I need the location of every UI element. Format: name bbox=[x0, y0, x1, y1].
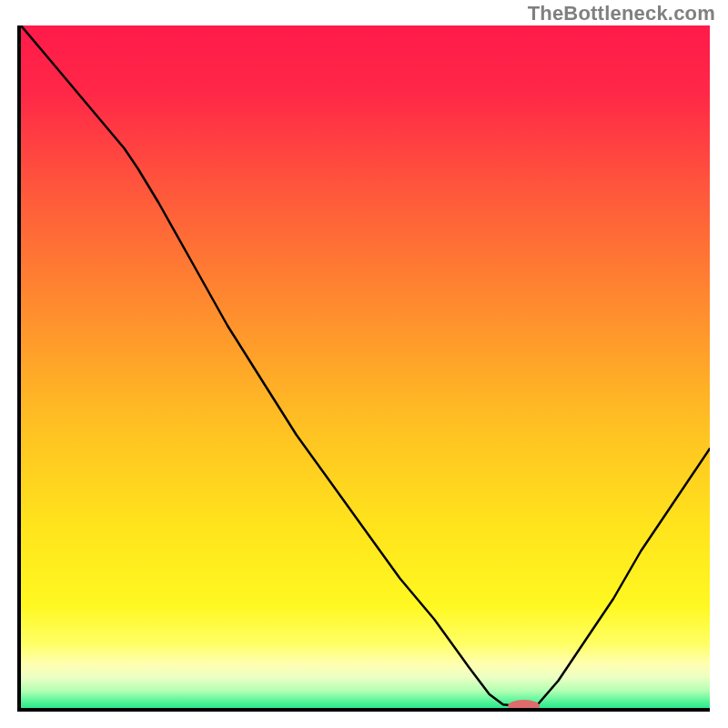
chart-background-gradient bbox=[21, 25, 710, 708]
watermark-text: TheBottleneck.com bbox=[528, 2, 715, 25]
chart-svg bbox=[21, 25, 710, 708]
chart-plot-area bbox=[17, 25, 710, 712]
